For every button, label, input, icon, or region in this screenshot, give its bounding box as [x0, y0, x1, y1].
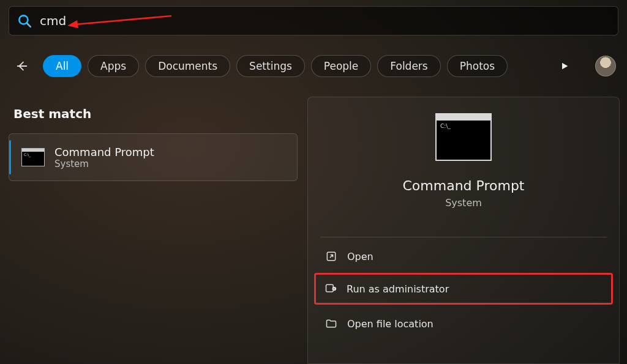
- details-pane: Command Prompt System Open Run as admini…: [307, 97, 620, 364]
- filter-row: All Apps Documents Settings People Folde…: [11, 53, 616, 80]
- search-icon: [17, 13, 32, 29]
- action-location-label: Open file location: [347, 318, 434, 330]
- cmd-thumb-icon: [21, 148, 45, 166]
- filter-apps[interactable]: Apps: [88, 55, 139, 77]
- separator: [320, 237, 607, 237]
- filter-photos[interactable]: Photos: [447, 55, 508, 77]
- play-icon: [560, 61, 569, 71]
- details-title: Command Prompt: [308, 178, 619, 193]
- result-text: Command Prompt System: [54, 146, 154, 169]
- action-open-file-location[interactable]: Open file location: [317, 308, 610, 339]
- result-title: Command Prompt: [54, 146, 154, 158]
- folder-icon: [325, 318, 337, 330]
- search-bar[interactable]: [9, 6, 618, 35]
- filter-all[interactable]: All: [43, 55, 81, 77]
- filter-documents[interactable]: Documents: [145, 55, 230, 77]
- back-button[interactable]: [11, 55, 33, 77]
- svg-rect-5: [326, 284, 334, 292]
- action-open-label: Open: [347, 251, 374, 262]
- result-card[interactable]: Command Prompt System: [9, 133, 298, 181]
- action-admin-label: Run as administrator: [347, 283, 449, 295]
- action-open[interactable]: Open: [317, 241, 610, 272]
- arrow-left-icon: [15, 59, 29, 73]
- admin-icon: [325, 283, 337, 295]
- chat-button[interactable]: [556, 58, 573, 75]
- filter-folders[interactable]: Folders: [377, 55, 440, 77]
- result-subtitle: System: [54, 158, 154, 169]
- filter-people[interactable]: People: [311, 55, 371, 77]
- user-avatar[interactable]: [595, 56, 616, 76]
- svg-line-1: [27, 23, 31, 27]
- cmd-large-icon: [435, 113, 492, 161]
- section-heading: Best match: [13, 106, 91, 121]
- search-input[interactable]: [40, 13, 610, 28]
- action-run-as-admin[interactable]: Run as administrator: [314, 273, 613, 305]
- open-icon: [325, 250, 337, 262]
- details-subtitle: System: [308, 197, 619, 209]
- filter-settings[interactable]: Settings: [236, 55, 305, 77]
